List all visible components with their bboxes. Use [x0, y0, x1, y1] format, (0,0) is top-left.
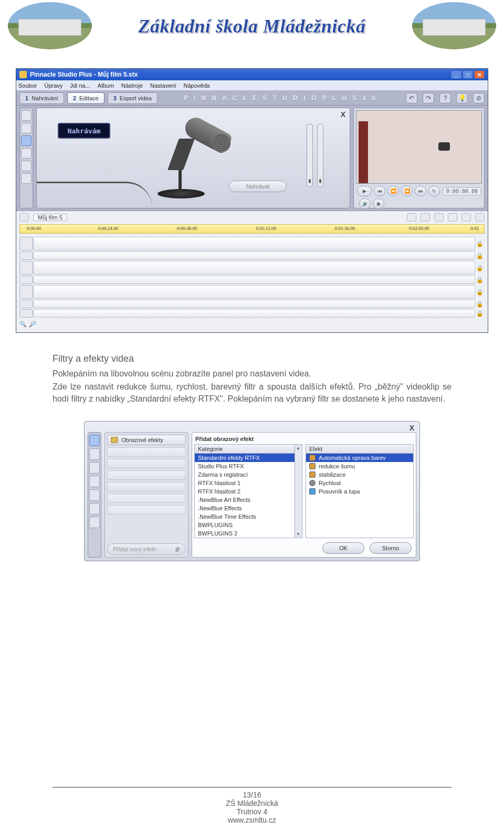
category-item[interactable]: RTFX hlasitost 1: [195, 479, 295, 487]
track-overlay-icon[interactable]: [19, 261, 33, 275]
category-item[interactable]: .NewBlue Effects: [195, 504, 295, 512]
track-row[interactable]: [33, 237, 475, 250]
lock-icon[interactable]: 🔒: [476, 251, 484, 260]
tab-capture[interactable]: 1 Nahrávání: [19, 92, 64, 104]
marker-icon[interactable]: [407, 213, 416, 222]
help-icon[interactable]: ?: [439, 93, 451, 103]
add-effect-button[interactable]: Přidat nový efekt 🗑: [107, 543, 186, 555]
loop-button[interactable]: ↻: [428, 186, 440, 196]
category-item[interactable]: Standardní efekty RTFX: [195, 454, 295, 462]
effect-item[interactable]: redukce šumu: [306, 462, 413, 470]
effect-item[interactable]: Rychlost: [306, 479, 413, 487]
applied-effect-slot[interactable]: [107, 470, 186, 480]
category-item[interactable]: RTFX hlasitost 2: [195, 487, 295, 496]
minimize-button[interactable]: _: [451, 70, 461, 79]
category-item[interactable]: .NewBlue Time Effects: [195, 512, 295, 521]
track-row[interactable]: [33, 276, 475, 284]
tool-disc-icon[interactable]: [21, 148, 32, 159]
goto-start-button[interactable]: ⏮: [374, 186, 385, 196]
category-item[interactable]: BWPLUGINS 2: [195, 529, 295, 538]
maximize-button[interactable]: □: [463, 70, 473, 79]
close-button[interactable]: ✕: [474, 70, 485, 79]
menu-upravy[interactable]: Úpravy: [44, 82, 62, 89]
track-overlay-audio-icon[interactable]: [19, 276, 33, 284]
track-row[interactable]: [33, 309, 475, 318]
category-item[interactable]: BWPLUGINS: [195, 521, 295, 529]
play-button[interactable]: ▶: [357, 186, 372, 196]
effect-item[interactable]: Posuvník a lupa: [306, 487, 413, 496]
category-item[interactable]: Zdarma s registrací: [195, 470, 295, 479]
premium-icon[interactable]: ⊘: [473, 93, 485, 103]
tab-export[interactable]: 3 Export videa: [108, 92, 158, 104]
panel-close-icon[interactable]: X: [410, 424, 414, 432]
effects-folder[interactable]: Obrazové efekty: [107, 435, 186, 445]
menu-jdina[interactable]: Jdi na...: [70, 82, 90, 89]
forward-button[interactable]: ⏩: [401, 186, 413, 196]
tool-scissors-icon[interactable]: [21, 110, 32, 121]
panel-close-icon[interactable]: X: [341, 110, 345, 119]
fx-tool-camera-icon[interactable]: [89, 489, 100, 501]
fx-tool-text-icon[interactable]: [89, 448, 100, 460]
applied-effect-slot[interactable]: [107, 459, 186, 468]
menu-napoveda[interactable]: Nápověda: [184, 82, 210, 89]
undo-icon[interactable]: ↶: [406, 93, 417, 103]
category-item[interactable]: Studio Plus RTFX: [195, 462, 295, 470]
timeline-razor-icon[interactable]: [19, 213, 29, 222]
record-button[interactable]: Nahrávat: [229, 181, 287, 192]
applied-effect-slot[interactable]: [107, 447, 186, 457]
track-voice-icon[interactable]: [19, 300, 33, 308]
fx-tool-wand-icon[interactable]: [89, 517, 100, 528]
cancel-button[interactable]: Storno: [370, 542, 412, 554]
tool-mute-icon[interactable]: [21, 123, 32, 133]
timeline-view-icon[interactable]: [461, 213, 471, 222]
applied-effect-slot[interactable]: [107, 505, 186, 514]
category-scrollbar[interactable]: [295, 444, 302, 538]
track-video-icon[interactable]: [19, 237, 33, 250]
menu-nastaveni[interactable]: Nastavení: [150, 82, 176, 89]
lock-icon[interactable]: 🔒: [476, 237, 484, 250]
lock-icon[interactable]: 🔒: [476, 276, 484, 284]
track-title-icon[interactable]: [19, 285, 33, 299]
fx-tool-scissors-icon[interactable]: [89, 435, 100, 446]
fx-tool-strip-icon[interactable]: [89, 503, 100, 514]
fx-tool-speed-icon[interactable]: [89, 476, 100, 487]
volume-icon[interactable]: 🔊: [359, 198, 371, 209]
track-video-audio-icon[interactable]: [19, 251, 33, 260]
trash-icon[interactable]: [434, 213, 444, 222]
track-music-icon[interactable]: [19, 309, 33, 318]
zoom-in-icon[interactable]: 🔎: [29, 321, 36, 328]
storyboard-icon[interactable]: [448, 213, 457, 222]
track-row[interactable]: [33, 285, 475, 299]
menu-nastroje[interactable]: Nástroje: [121, 82, 143, 89]
dvd-icon[interactable]: ◉: [373, 198, 384, 209]
vu-slider[interactable]: [307, 124, 313, 187]
track-row[interactable]: [33, 261, 475, 275]
track-row[interactable]: [33, 300, 475, 308]
lock-icon[interactable]: 🔒: [476, 300, 484, 308]
effect-item[interactable]: stabilizace: [306, 470, 413, 479]
lock-icon[interactable]: 🔒: [476, 261, 484, 275]
applied-effect-slot[interactable]: [107, 482, 186, 491]
blade-icon[interactable]: [421, 213, 430, 222]
list-view-icon[interactable]: [475, 213, 485, 222]
fx-tool-grab-icon[interactable]: [89, 462, 100, 474]
lock-icon[interactable]: 🔒: [476, 309, 484, 318]
track-row[interactable]: [33, 251, 475, 260]
tool-settings-icon[interactable]: [21, 173, 32, 184]
category-item[interactable]: .NewBlue Art Effects: [195, 496, 295, 504]
applied-effect-slot[interactable]: [107, 494, 186, 503]
zoom-out-icon[interactable]: 🔍: [19, 321, 27, 328]
menu-soubor[interactable]: Soubor: [18, 82, 37, 89]
timeline-ruler[interactable]: 0:00.00 0:00:24.00 0:00:48.00 0:01:12.00…: [19, 224, 485, 234]
tool-music-icon[interactable]: [21, 161, 32, 171]
redo-icon[interactable]: ↷: [423, 93, 434, 103]
tab-edit[interactable]: 2 Editace: [67, 92, 104, 104]
rewind-button[interactable]: ⏪: [387, 186, 399, 196]
effect-item[interactable]: Automatická oprava barev: [306, 454, 413, 462]
lock-icon[interactable]: 🔒: [476, 285, 484, 299]
tool-mic-icon[interactable]: [21, 135, 32, 146]
menu-album[interactable]: Album: [98, 82, 114, 89]
goto-end-button[interactable]: ⏭: [415, 186, 426, 196]
ok-button[interactable]: OK: [322, 542, 364, 554]
tip-icon[interactable]: 💡: [456, 93, 468, 103]
